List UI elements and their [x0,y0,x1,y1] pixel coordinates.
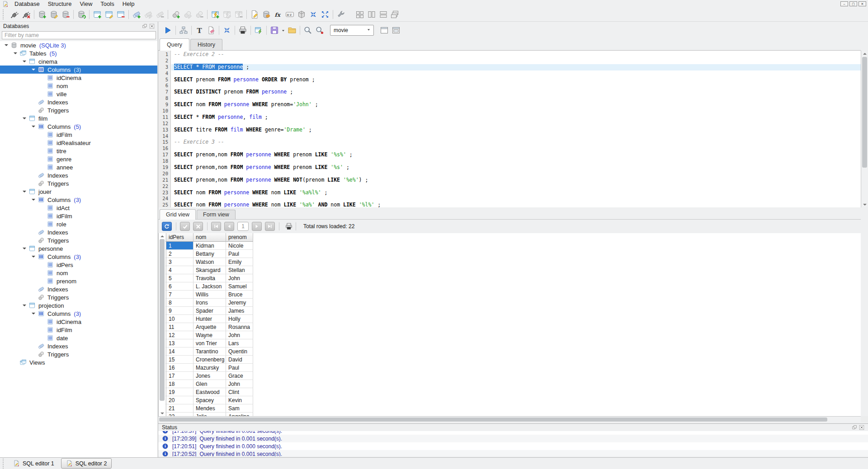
cell-prenom[interactable]: Bruce [226,291,253,299]
tree-item-film[interactable]: film [0,114,157,122]
page-number-field[interactable]: 1 [237,222,249,231]
previous-page-icon[interactable] [224,222,234,231]
sql-line-25[interactable]: SELECT nom FROM personne WHERE nom LIKE … [171,202,861,207]
collations-editor-icon[interactable]: a·z [284,9,296,20]
commit-changes-icon[interactable] [180,222,190,231]
tree-item-triggers[interactable]: Triggers [0,179,157,188]
expander-icon[interactable] [32,313,35,316]
tree-item-movie[interactable]: movie(SQLite 3) [0,41,157,49]
sql-line-20[interactable] [171,171,861,177]
undock-panel-icon[interactable] [142,23,147,29]
mdi-windows-icon[interactable] [354,9,366,20]
results-vertical-scrollbar[interactable] [158,233,165,416]
expander-icon[interactable] [23,305,26,308]
tree-item-triggers[interactable]: Triggers [0,106,157,114]
find-icon[interactable] [302,24,314,36]
cell-idPers[interactable]: 15 [166,356,193,364]
minimize-icon[interactable]: – [840,1,848,6]
cell-idPers[interactable]: 19 [166,388,193,396]
expander-icon[interactable] [32,199,35,202]
save-sql-menu-icon[interactable] [280,24,286,36]
tree-item-prenom[interactable]: prenom [0,277,157,285]
status-message[interactable]: i[17:20:51]Query finished in 0.000 secon… [158,442,868,450]
tree-item-triggers[interactable]: Triggers [0,350,157,358]
cell-nom[interactable]: Eastwood [193,388,226,396]
sql-line-12[interactable] [171,121,861,127]
cell-nom[interactable]: Irons [193,299,226,307]
cell-nom[interactable]: L. Jackson [193,282,226,291]
tree-item-idcinema[interactable]: idCinema [0,318,157,326]
cell-prenom[interactable]: David [226,356,253,364]
taskbar-tab-sql-editor-2[interactable]: SQL editor 2 [61,458,112,469]
cell-prenom[interactable]: Holly [226,315,253,323]
open-sql-file-icon[interactable] [286,24,298,36]
cell-prenom[interactable]: Jeremy [226,299,253,307]
cell-nom[interactable]: Spacey [193,396,226,404]
remove-database-icon[interactable] [60,9,71,20]
tree-item-idpers[interactable]: idPers [0,261,157,269]
tree-item-projection[interactable]: projection [0,301,157,310]
sql-line-4[interactable] [171,70,861,77]
tree-item-personne[interactable]: personne [0,244,157,253]
cell-idPers[interactable]: 4 [166,266,193,274]
cell-idPers[interactable]: 10 [166,315,193,323]
expander-icon[interactable] [23,117,26,121]
mdi-vertical-icon[interactable] [366,9,377,20]
sql-line-14[interactable] [171,133,861,140]
cell-prenom[interactable]: Grace [226,372,253,380]
toolbar-handle[interactable] [3,9,6,19]
cell-idPers[interactable]: 2 [166,250,193,258]
sql-line-23[interactable]: SELECT nom FROM personne WHERE nom LIKE … [171,190,861,196]
sql-line-13[interactable]: SELECT titre FROM film WHERE genre='Dram… [171,127,861,133]
tree-item-nom[interactable]: nom [0,269,157,277]
expander-icon[interactable] [32,69,35,72]
tree-item-nom[interactable]: nom [0,82,157,90]
results-horizontal-scrollbar[interactable] [158,416,861,422]
cell-prenom[interactable]: Clint [226,388,253,396]
add-table-icon[interactable] [91,9,103,20]
rollback-changes-icon[interactable] [193,222,203,231]
expander-icon[interactable] [14,52,17,56]
tree-item-indexes[interactable]: Indexes [0,98,157,106]
cell-idPers[interactable]: 3 [166,258,193,266]
cell-nom[interactable]: Jolie [193,413,226,416]
status-message[interactable]: i[17:20:37]Query finished in 0.001 secon… [158,431,868,435]
connect-database-icon[interactable] [9,9,20,20]
sql-line-21[interactable]: SELECT prenom,nom FROM personne WHERE NO… [171,177,861,183]
edit-database-icon[interactable] [48,9,60,20]
expander-icon[interactable] [23,61,26,64]
tab-history[interactable]: History [190,39,222,50]
tree-item-indexes[interactable]: Indexes [0,285,157,293]
export-results-icon[interactable] [253,24,264,36]
add-index-icon[interactable] [131,9,142,20]
tree-item-idcinema[interactable]: idCinema [0,74,157,82]
sql-line-18[interactable] [171,158,861,164]
tree-item-cinema[interactable]: cinema [0,57,157,66]
tree-item-idfilm[interactable]: idFilm [0,131,157,139]
shrink-results-icon[interactable] [221,24,233,36]
custom-sql-functions-icon[interactable]: fx [272,9,284,20]
cell-nom[interactable]: Tarantino [193,347,226,356]
tree-item-date[interactable]: date [0,334,157,342]
tree-item-columns[interactable]: Columns(5) [0,122,157,131]
tree-item-indexes[interactable]: Indexes [0,171,157,179]
cell-prenom[interactable]: Paul [226,250,253,258]
cell-nom[interactable]: von Trier [193,339,226,347]
cell-idPers[interactable]: 12 [166,331,193,339]
close-icon[interactable]: ✕ [859,1,866,6]
cell-nom[interactable]: Glen [193,380,226,388]
tree-item-genre[interactable]: genre [0,155,157,163]
results-below-query-icon[interactable] [390,24,402,36]
tree-item-columns[interactable]: Columns(3) [0,310,157,318]
mdi-cascade-icon[interactable] [389,9,401,20]
tree-item-triggers[interactable]: Triggers [0,236,157,244]
cell-idPers[interactable]: 13 [166,339,193,347]
sql-line-19[interactable]: SELECT prenom,nom FROM personne WHERE pr… [171,164,861,171]
add-view-icon[interactable] [209,9,221,20]
cell-prenom[interactable]: John [226,380,253,388]
cell-idPers[interactable]: 14 [166,347,193,356]
cell-nom[interactable]: Mazursky [193,364,226,372]
expander-icon[interactable] [32,256,35,259]
sql-line-24[interactable] [171,196,861,202]
cell-prenom[interactable]: Angelina [226,413,253,416]
